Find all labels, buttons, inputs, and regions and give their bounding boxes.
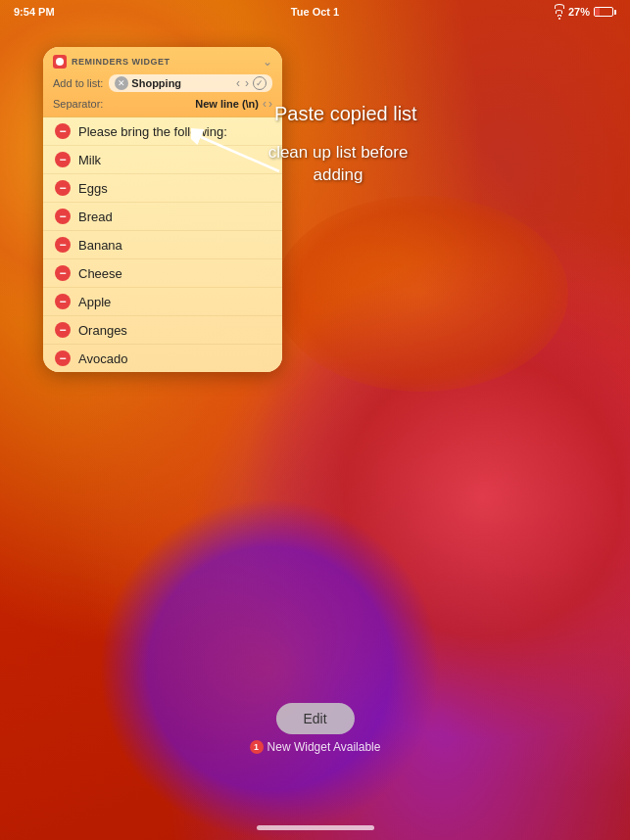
- separator-label: Separator:: [53, 98, 103, 110]
- annotation-line2: clean up list before adding: [260, 142, 416, 187]
- date: Tue Oct 1: [291, 6, 339, 18]
- status-left: 9:54 PM: [14, 6, 55, 18]
- time: 9:54 PM: [14, 6, 55, 18]
- list-prev-button[interactable]: ‹: [235, 76, 241, 90]
- new-widget-notice: 1 New Widget Available: [250, 740, 381, 754]
- notice-text: New Widget Available: [267, 740, 381, 754]
- remove-button-7[interactable]: [55, 322, 71, 338]
- item-text-7: Oranges: [78, 323, 127, 338]
- widget-title-left: REMINDERS WIDGET: [53, 55, 170, 69]
- edit-button[interactable]: Edit: [275, 703, 354, 734]
- blob-purple: [98, 497, 441, 840]
- widget-header: REMINDERS WIDGET ⌄ Add to list: ✕ Shoppi…: [43, 47, 282, 117]
- item-text-3: Bread: [78, 210, 113, 224]
- item-text-5: Cheese: [78, 266, 122, 281]
- item-text-2: Eggs: [78, 181, 108, 196]
- status-center: Tue Oct 1: [291, 6, 339, 18]
- list-item: Apple: [43, 288, 282, 316]
- annotation-line1: Paste copied list: [274, 103, 417, 125]
- item-text-1: Milk: [78, 153, 101, 167]
- edit-button-label: Edit: [303, 711, 326, 726]
- widget-title-row: REMINDERS WIDGET ⌄: [53, 55, 272, 69]
- notice-icon: 1: [250, 740, 264, 754]
- remove-button-5[interactable]: [55, 265, 71, 281]
- list-selector[interactable]: ✕ Shopping ‹ › ✓: [109, 74, 272, 92]
- battery-icon: [594, 7, 616, 17]
- reminders-app-icon: [53, 55, 67, 69]
- remove-button-2[interactable]: [55, 180, 71, 196]
- separator-nav: ‹ ›: [263, 97, 272, 111]
- status-right: 27%: [555, 4, 616, 20]
- widget-title: REMINDERS WIDGET: [72, 57, 170, 67]
- item-text-4: Banana: [78, 238, 122, 253]
- home-indicator: [257, 825, 374, 830]
- list-item: Oranges: [43, 316, 282, 345]
- chevron-down-icon[interactable]: ⌄: [263, 55, 272, 69]
- wifi-icon: [555, 4, 564, 20]
- list-item: Banana: [43, 231, 282, 259]
- remove-button-8[interactable]: [55, 350, 71, 366]
- add-to-list-row: Add to list: ✕ Shopping ‹ › ✓: [53, 74, 272, 92]
- battery-percent: 27%: [568, 6, 590, 18]
- item-text-8: Avocado: [78, 351, 127, 366]
- list-name: Shopping: [131, 77, 232, 89]
- add-to-list-label: Add to list:: [53, 77, 103, 89]
- remove-button-1[interactable]: [55, 152, 71, 167]
- remove-button-4[interactable]: [55, 237, 71, 253]
- annotation-area: Paste copied list clean up list before a…: [191, 113, 416, 234]
- status-bar: 9:54 PM Tue Oct 1 27%: [0, 0, 630, 23]
- item-text-6: Apple: [78, 295, 111, 309]
- separator-row: Separator: New line (\n) ‹ ›: [53, 97, 272, 111]
- remove-button-6[interactable]: [55, 294, 71, 309]
- list-next-button[interactable]: ›: [244, 76, 250, 90]
- list-item: Avocado: [43, 345, 282, 372]
- list-close-button[interactable]: ✕: [115, 76, 128, 90]
- separator-value: New line (\n): [195, 98, 259, 110]
- remove-button-3[interactable]: [55, 209, 71, 224]
- sep-prev-button[interactable]: ‹: [263, 97, 267, 111]
- remove-button-0[interactable]: [55, 123, 71, 139]
- list-confirm-button[interactable]: ✓: [253, 76, 267, 90]
- list-item: Cheese: [43, 259, 282, 288]
- sep-next-button[interactable]: ›: [268, 97, 272, 111]
